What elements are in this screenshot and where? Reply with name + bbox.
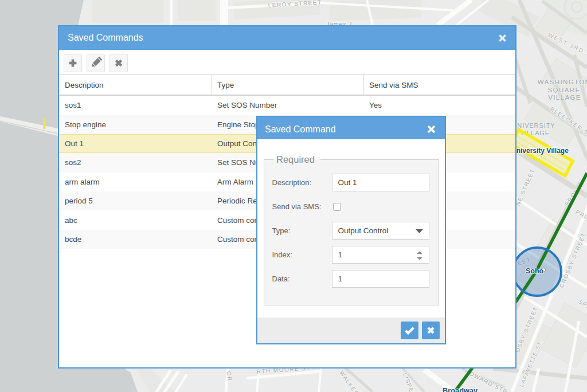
svg-text:University Village: University Village	[511, 147, 569, 155]
svg-text:Soho: Soho	[526, 267, 544, 275]
svg-text:WASHINGTON: WASHINGTON	[538, 79, 587, 85]
svg-text:Broadway: Broadway	[443, 386, 478, 392]
svg-text:GR: GR	[226, 371, 233, 382]
svg-text:SQUARE: SQUARE	[548, 87, 581, 93]
svg-text:VILLAGE: VILLAGE	[548, 94, 581, 101]
